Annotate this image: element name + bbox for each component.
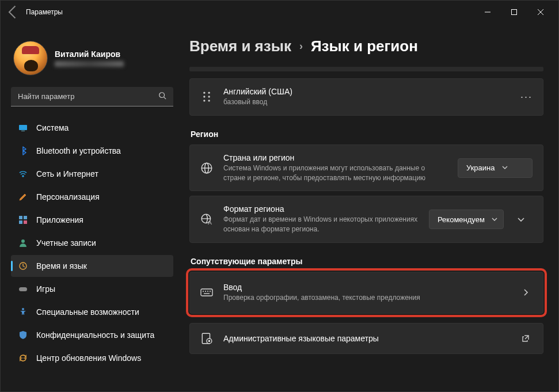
- avatar: [13, 41, 48, 75]
- search-icon: [158, 92, 166, 102]
- card-subtitle: Формат дат и времени в Windows и некотор…: [223, 215, 419, 234]
- collapsed-section[interactable]: [189, 67, 543, 71]
- apps-icon: [18, 215, 28, 225]
- country-region-card[interactable]: Страна или регион Система Windows и прил…: [189, 144, 543, 192]
- language-title: Английский (США): [223, 87, 510, 96]
- profile[interactable]: Виталий Каиров: [11, 24, 173, 87]
- sidebar-item-apps[interactable]: Приложения: [11, 209, 173, 231]
- svg-rect-15: [19, 287, 27, 291]
- shield-icon: [18, 330, 28, 340]
- chevron-right-icon: [519, 286, 533, 299]
- sidebar-item-accounts[interactable]: Учетные записи: [11, 232, 173, 254]
- gamepad-icon: [18, 284, 28, 294]
- sidebar-item-accessibility[interactable]: Специальные возможности: [11, 301, 173, 323]
- card-subtitle: Система Windows и приложения могут испол…: [223, 163, 447, 183]
- drag-handle-icon[interactable]: [200, 90, 213, 103]
- svg-rect-6: [19, 125, 27, 130]
- nav-label: Персонализация: [36, 192, 100, 201]
- settings-window: Параметры Виталий Каиров Система Bluetoo…: [0, 0, 559, 392]
- breadcrumb: Время и язык › Язык и регион: [189, 37, 543, 55]
- more-button[interactable]: ···: [520, 91, 533, 103]
- nav-label: Bluetooth и устройства: [36, 146, 121, 155]
- section-header-related: Сопутствующие параметры: [191, 257, 543, 266]
- language-subtitle: базовый ввод: [223, 97, 510, 107]
- region-format-card[interactable]: A Формат региона Формат дат и времени в …: [189, 196, 543, 243]
- svg-rect-9: [19, 216, 22, 219]
- svg-text:A: A: [208, 219, 212, 226]
- globe-icon: [200, 162, 213, 174]
- svg-point-4: [159, 92, 165, 97]
- main-content: Время и язык › Язык и регион Английский …: [179, 24, 558, 391]
- search-box[interactable]: [11, 87, 173, 106]
- nav-label: Специальные возможности: [36, 307, 139, 317]
- minimize-button[interactable]: [474, 3, 501, 21]
- bluetooth-icon: [18, 146, 28, 156]
- search-input[interactable]: [18, 92, 158, 101]
- nav-label: Конфиденциальность и защита: [36, 330, 154, 340]
- brush-icon: [18, 192, 28, 202]
- sidebar-item-privacy[interactable]: Конфиденциальность и защита: [11, 324, 173, 346]
- sidebar-item-bluetooth[interactable]: Bluetooth и устройства: [11, 140, 173, 162]
- svg-rect-1: [512, 10, 517, 15]
- admin-language-settings-card[interactable]: Административные языковые параметры: [189, 323, 543, 354]
- nav-label: Центр обновления Windows: [36, 353, 141, 363]
- nav: Система Bluetooth и устройства Сеть и Ин…: [11, 117, 173, 369]
- profile-name: Виталий Каиров: [55, 50, 124, 59]
- svg-point-19: [203, 96, 205, 98]
- card-title: Ввод: [223, 283, 508, 292]
- svg-rect-11: [19, 220, 22, 224]
- sidebar-item-system[interactable]: Система: [11, 117, 173, 139]
- globe-letter-icon: A: [200, 213, 213, 226]
- section-header-region: Регион: [191, 130, 543, 139]
- svg-point-16: [22, 308, 24, 310]
- back-button[interactable]: [5, 4, 21, 20]
- input-card-highlight: Ввод Проверка орфографии, автозамена, те…: [189, 272, 543, 314]
- profile-email-redacted: [55, 61, 124, 67]
- svg-rect-12: [24, 220, 27, 224]
- page-title: Язык и регион: [311, 37, 418, 55]
- svg-rect-10: [24, 216, 27, 219]
- card-subtitle: Проверка орфографии, автозамена, текстов…: [223, 293, 508, 303]
- sidebar-item-time-language[interactable]: Время и язык: [11, 255, 173, 277]
- window-title: Параметры: [26, 8, 63, 16]
- country-dropdown[interactable]: Украина: [458, 158, 533, 178]
- dropdown-value: Украина: [466, 163, 495, 172]
- nav-label: Сеть и Интернет: [36, 169, 98, 178]
- card-title: Формат региона: [223, 204, 419, 214]
- sidebar-item-update[interactable]: Центр обновления Windows: [11, 347, 173, 369]
- sidebar-item-network[interactable]: Сеть и Интернет: [11, 163, 173, 185]
- svg-line-5: [164, 97, 166, 99]
- external-link-icon: [519, 332, 533, 345]
- nav-label: Время и язык: [36, 261, 87, 271]
- svg-point-13: [21, 239, 25, 243]
- svg-point-17: [203, 92, 205, 94]
- svg-rect-28: [201, 289, 212, 296]
- svg-point-22: [208, 100, 210, 102]
- region-format-dropdown[interactable]: Рекомендуем: [429, 210, 504, 229]
- display-icon: [18, 123, 28, 133]
- close-button[interactable]: [527, 3, 554, 21]
- expand-button[interactable]: [509, 208, 533, 231]
- titlebar: Параметры: [1, 1, 558, 24]
- svg-rect-7: [21, 131, 25, 131]
- svg-point-36: [208, 340, 210, 341]
- person-icon: [18, 238, 28, 248]
- wifi-icon: [18, 169, 28, 179]
- svg-point-8: [22, 176, 24, 177]
- nav-label: Учетные записи: [36, 238, 96, 248]
- dropdown-value: Рекомендуем: [438, 215, 485, 224]
- chevron-down-icon: [492, 215, 497, 224]
- sidebar-item-gaming[interactable]: Игры: [11, 278, 173, 300]
- svg-point-18: [208, 92, 210, 94]
- nav-label: Приложения: [36, 215, 83, 224]
- nav-label: Игры: [36, 284, 55, 294]
- settings-document-icon: [200, 332, 213, 345]
- sidebar-item-personalization[interactable]: Персонализация: [11, 186, 173, 208]
- svg-point-21: [203, 100, 205, 102]
- breadcrumb-parent[interactable]: Время и язык: [189, 37, 291, 55]
- language-card-english-us[interactable]: Английский (США) базовый ввод ···: [189, 78, 543, 116]
- sidebar: Виталий Каиров Система Bluetooth и устро…: [1, 24, 179, 391]
- clock-globe-icon: [18, 261, 28, 271]
- input-settings-card[interactable]: Ввод Проверка орфографии, автозамена, те…: [189, 272, 543, 314]
- maximize-button[interactable]: [501, 3, 527, 21]
